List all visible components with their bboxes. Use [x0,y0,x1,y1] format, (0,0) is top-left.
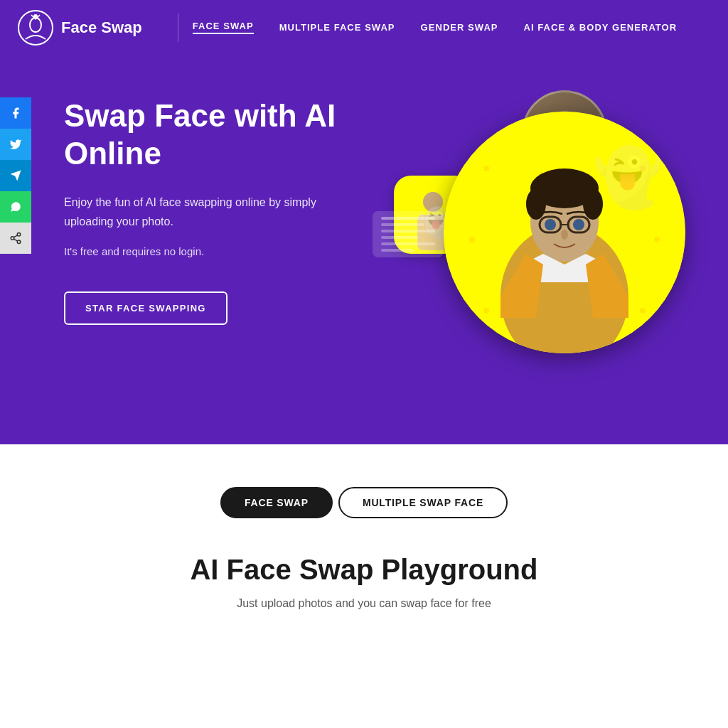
playground-description: Just upload photos and you can swap face… [237,597,491,610]
nav-gender-swap[interactable]: GENDER SWAP [421,22,498,33]
tab-multiple-swap-face[interactable]: MULTIPLE SWAP FACE [338,487,508,518]
svg-point-22 [483,166,489,171]
svg-text:👻: 👻 [593,144,664,211]
svg-point-33 [583,188,603,220]
logo[interactable]: Face Swap [17,9,142,46]
svg-line-6 [14,239,17,241]
twitter-share-button[interactable] [0,129,31,160]
main-nav: FACE SWAP MULTIPLE FACE SWAP GENDER SWAP… [193,21,677,34]
svg-point-39 [561,230,568,240]
svg-point-24 [469,237,475,242]
svg-point-27 [640,308,646,314]
playground-title: AI Face Swap Playground [190,554,537,586]
nav-divider [178,14,178,42]
social-sidebar [0,97,31,254]
header: Face Swap FACE SWAP MULTIPLE FACE SWAP G… [0,0,728,55]
svg-point-32 [526,188,546,220]
lower-section: FACE SWAP MULTIPLE SWAP FACE AI Face Swa… [0,444,728,667]
telegram-share-button[interactable] [0,160,31,191]
svg-point-37 [545,219,556,230]
facebook-share-button[interactable] [0,97,31,129]
svg-line-7 [14,235,17,237]
hero-title: Swap Face with AI Online [64,97,341,173]
tab-row: FACE SWAP MULTIPLE SWAP FACE [220,487,508,518]
hero-image-area: ▼ 👻 ▶ [387,69,700,439]
nav-multiple-face-swap[interactable]: MULTIPLE FACE SWAP [279,22,395,33]
hero-content: Swap Face with AI Online Enjoy the fun o… [0,55,384,325]
svg-point-26 [483,308,489,314]
svg-point-3 [17,233,21,237]
svg-point-17 [410,191,414,196]
svg-point-38 [573,219,584,230]
nav-ai-body-generator[interactable]: AI FACE & BODY GENERATOR [524,22,678,33]
svg-point-5 [17,240,21,244]
cta-button[interactable]: STAR FACE SWAPPING [64,291,228,325]
data-panel [373,211,444,257]
main-circle: 👻 [444,112,685,353]
logo-icon [17,9,54,46]
share-button[interactable] [0,223,31,254]
svg-point-4 [11,237,14,240]
main-circle-svg: 👻 [444,112,685,353]
hero-free-text: It's free and requires no login. [64,245,341,257]
logo-text: Face Swap [61,18,142,37]
tab-face-swap[interactable]: FACE SWAP [220,487,333,518]
hero-section: Swap Face with AI Online Enjoy the fun o… [0,55,728,444]
hero-description: Enjoy the fun of AI face swapping online… [64,193,341,231]
whatsapp-share-button[interactable] [0,191,31,223]
svg-point-25 [654,237,660,242]
nav-face-swap[interactable]: FACE SWAP [193,21,254,34]
svg-text:Inran: Inran [544,353,563,353]
